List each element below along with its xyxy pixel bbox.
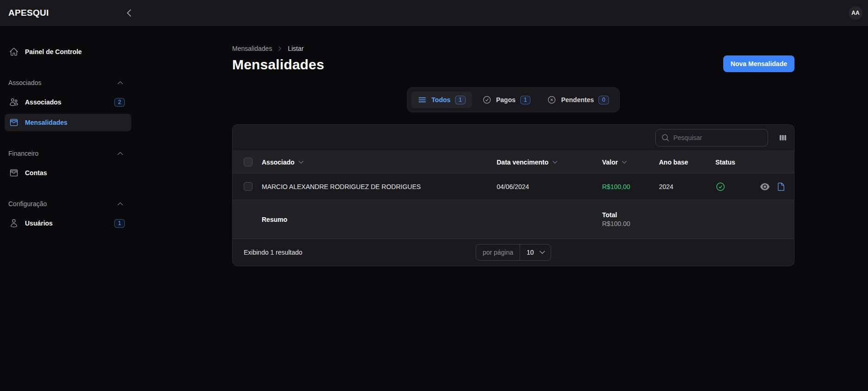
column-header-valor[interactable]: Valor <box>602 159 659 166</box>
sidebar-section-associados[interactable]: Associados <box>8 79 124 86</box>
column-header-associado[interactable]: Associado <box>262 159 497 166</box>
column-label: Ano base <box>659 159 688 166</box>
check-circle-icon <box>482 95 492 104</box>
nova-mensalidade-button[interactable]: Nova Mensalidade <box>723 55 794 72</box>
search-icon <box>661 134 670 142</box>
document-icon <box>776 182 786 191</box>
sidebar: Painel de Controle Associados Associados… <box>0 26 136 391</box>
per-page-label: por página <box>476 249 520 256</box>
table-toolbar <box>233 125 794 151</box>
toggle-columns-button[interactable] <box>777 132 788 143</box>
chevron-down-icon <box>552 159 558 165</box>
tab-label: Todos <box>431 96 450 104</box>
summary-label: Resumo <box>262 216 497 223</box>
count-badge: 1 <box>520 96 531 104</box>
eye-icon <box>760 182 770 192</box>
main-content: Mensalidades Listar Mensalidades Nova Me… <box>136 26 868 391</box>
table-summary-row: Resumo Total R$100.00 <box>233 200 794 239</box>
wallet-icon <box>9 168 18 177</box>
row-checkbox[interactable] <box>244 182 252 191</box>
chevron-up-icon <box>117 79 124 86</box>
page-title: Mensalidades <box>232 57 324 73</box>
sidebar-item-associados[interactable]: Associados 2 <box>5 93 131 111</box>
select-all-checkbox[interactable] <box>244 158 252 166</box>
section-title-label: Configuração <box>8 200 47 208</box>
summary-total: Total R$100.00 <box>602 211 659 227</box>
cell-data-vencimento: 04/06/2024 <box>497 183 602 190</box>
search-box <box>655 129 768 147</box>
column-label: Status <box>715 159 735 166</box>
sidebar-item-usuarios[interactable]: Usuários 1 <box>5 214 131 232</box>
filter-tabs: Todos 1 Pagos 1 Pendentes <box>407 87 620 112</box>
per-page-select[interactable]: por página 10 <box>476 244 551 261</box>
cell-associado: MARCIO ALEXANDRE RODRIGUEZ DE RODRIGUES <box>262 183 497 190</box>
summary-total-label: Total <box>602 211 659 219</box>
column-label: Associado <box>262 159 295 166</box>
breadcrumb-listar: Listar <box>288 45 303 52</box>
sidebar-item-contas[interactable]: Contas <box>5 164 131 182</box>
sidebar-item-label: Contas <box>25 169 47 177</box>
summary-total-value: R$100.00 <box>602 220 659 227</box>
results-count: Exibindo 1 resultado <box>244 249 302 256</box>
count-badge: 0 <box>598 96 609 104</box>
chevron-down-icon <box>298 159 304 165</box>
search-input[interactable] <box>673 134 762 141</box>
wallet-icon <box>9 118 18 127</box>
section-title-label: Associados <box>8 79 42 86</box>
column-label: Valor <box>602 159 618 166</box>
cell-status <box>715 182 760 192</box>
home-icon <box>9 47 18 56</box>
chevron-down-icon <box>621 159 628 165</box>
user-icon <box>9 219 18 228</box>
section-title-label: Financeiro <box>8 150 38 157</box>
mensalidades-table-card: Associado Data vencimento Valor <box>232 124 794 266</box>
column-header-data-vencimento[interactable]: Data vencimento <box>497 159 602 166</box>
topbar: APESQUI AA <box>0 0 868 26</box>
chevron-up-icon <box>117 150 124 157</box>
tab-todos[interactable]: Todos 1 <box>411 92 472 108</box>
row-actions <box>760 182 794 192</box>
sidebar-section-configuracao[interactable]: Configuração <box>8 200 124 208</box>
chevron-right-icon <box>277 45 283 52</box>
sidebar-item-label: Mensalidades <box>25 119 68 126</box>
columns-icon <box>778 133 788 142</box>
tab-pagos[interactable]: Pagos 1 <box>476 92 537 108</box>
users-icon <box>9 98 18 107</box>
app-logo: APESQUI <box>8 8 49 18</box>
count-badge: 1 <box>114 219 125 228</box>
tab-pendentes[interactable]: Pendentes 0 <box>541 92 616 108</box>
status-check-circle-icon <box>715 182 760 192</box>
table-row[interactable]: MARCIO ALEXANDRE RODRIGUEZ DE RODRIGUES … <box>233 173 794 200</box>
sidebar-section-financeiro[interactable]: Financeiro <box>8 150 124 157</box>
table-header-row: Associado Data vencimento Valor <box>233 151 794 173</box>
breadcrumb: Mensalidades Listar <box>232 45 324 52</box>
sidebar-item-painel-de-controle[interactable]: Painel de Controle <box>5 43 131 61</box>
tab-label: Pagos <box>496 96 516 104</box>
cell-valor: R$100,00 <box>602 183 659 190</box>
bars-icon <box>418 95 427 104</box>
table-footer: Exibindo 1 resultado por página 10 <box>233 239 794 266</box>
sidebar-item-label: Painel de Controle <box>25 48 82 55</box>
x-circle-icon <box>547 95 556 104</box>
cell-ano-base: 2024 <box>659 183 715 190</box>
breadcrumb-mensalidades[interactable]: Mensalidades <box>232 45 272 52</box>
column-header-ano-base: Ano base <box>659 159 715 166</box>
sidebar-item-mensalidades[interactable]: Mensalidades <box>5 114 131 131</box>
sidebar-item-label: Associados <box>25 98 62 106</box>
column-label: Data vencimento <box>497 159 548 166</box>
tab-label: Pendentes <box>561 96 594 104</box>
count-badge: 1 <box>455 96 466 104</box>
view-button[interactable] <box>760 182 770 192</box>
sidebar-collapse-button[interactable] <box>124 8 134 18</box>
sidebar-item-label: Usuários <box>25 220 53 227</box>
chevron-up-icon <box>117 200 124 208</box>
count-badge: 2 <box>114 98 125 107</box>
chevron-left-icon <box>124 8 134 18</box>
avatar[interactable]: AA <box>849 6 862 20</box>
document-button[interactable] <box>776 182 786 191</box>
per-page-value: 10 <box>520 249 539 256</box>
chevron-down-icon <box>538 249 546 256</box>
column-header-status: Status <box>715 159 760 166</box>
